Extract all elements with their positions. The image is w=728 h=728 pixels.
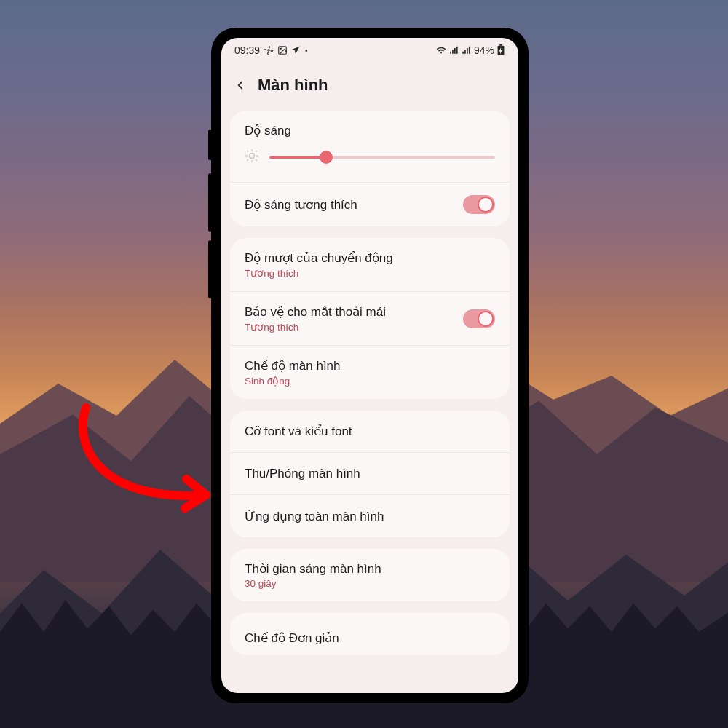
screen-mode-sub: Sinh động bbox=[245, 375, 341, 387]
status-time: 09:39 bbox=[234, 44, 260, 56]
brightness-sun-icon bbox=[245, 149, 259, 166]
dot-icon: • bbox=[305, 47, 308, 55]
phone-side-button bbox=[208, 130, 212, 160]
wifi-icon bbox=[435, 45, 447, 55]
brightness-card: Độ sáng Độ s bbox=[230, 111, 510, 226]
timeout-card: Thời gian sáng màn hình 30 giây bbox=[230, 549, 510, 601]
adaptive-brightness-toggle[interactable] bbox=[463, 195, 495, 214]
eye-comfort-label: Bảo vệ cho mắt thoải mái bbox=[245, 304, 386, 320]
svg-point-5 bbox=[250, 154, 255, 159]
screen-mode-label: Chế độ màn hình bbox=[245, 358, 341, 373]
slider-fill bbox=[269, 156, 326, 159]
fullscreen-apps-row[interactable]: Ứng dụng toàn màn hình bbox=[230, 495, 510, 537]
status-right: 94% bbox=[435, 44, 505, 56]
signal-icon bbox=[449, 45, 459, 55]
status-left: 09:39 • bbox=[234, 44, 308, 56]
phone-side-button bbox=[208, 173, 212, 232]
brightness-row[interactable]: Độ sáng bbox=[230, 111, 510, 183]
adaptive-brightness-label: Độ sáng tương thích bbox=[245, 197, 357, 213]
svg-line-10 bbox=[248, 151, 248, 152]
svg-line-11 bbox=[256, 159, 256, 160]
battery-percent: 94% bbox=[474, 44, 494, 56]
eye-comfort-sub: Tương thích bbox=[245, 321, 386, 333]
adaptive-brightness-row[interactable]: Độ sáng tương thích bbox=[230, 183, 510, 226]
font-card: Cỡ font và kiểu font Thu/Phóng màn hình … bbox=[230, 411, 510, 537]
screen-zoom-label: Thu/Phóng màn hình bbox=[245, 467, 360, 481]
fan-icon bbox=[264, 45, 274, 55]
screen-zoom-row[interactable]: Thu/Phóng màn hình bbox=[230, 453, 510, 495]
motion-smoothness-sub: Tương thích bbox=[245, 267, 393, 279]
eye-comfort-row[interactable]: Bảo vệ cho mắt thoải mái Tương thích bbox=[230, 292, 510, 346]
simple-mode-card: Chế độ Đơn giản bbox=[230, 613, 510, 655]
brightness-slider-wrap bbox=[245, 149, 495, 166]
phone-frame: 09:39 • bbox=[211, 28, 529, 703]
svg-line-13 bbox=[248, 159, 248, 160]
font-size-label: Cỡ font và kiểu font bbox=[245, 424, 352, 439]
wallpaper-background: 09:39 • bbox=[0, 0, 728, 728]
phone-side-button bbox=[208, 240, 212, 298]
svg-line-12 bbox=[256, 151, 256, 152]
motion-smoothness-row[interactable]: Độ mượt của chuyển động Tương thích bbox=[230, 238, 510, 292]
screen-timeout-row[interactable]: Thời gian sáng màn hình 30 giây bbox=[230, 549, 510, 601]
page-header: Màn hình bbox=[221, 63, 518, 111]
fullscreen-apps-label: Ứng dụng toàn màn hình bbox=[245, 509, 384, 524]
brightness-label: Độ sáng bbox=[245, 123, 495, 138]
back-button[interactable] bbox=[233, 78, 248, 92]
svg-point-2 bbox=[280, 48, 282, 50]
svg-rect-4 bbox=[499, 44, 502, 46]
image-icon bbox=[277, 45, 288, 55]
screen-timeout-label: Thời gian sáng màn hình bbox=[245, 561, 381, 577]
svg-point-0 bbox=[268, 50, 269, 51]
battery-icon bbox=[496, 44, 505, 56]
page-title: Màn hình bbox=[258, 76, 328, 95]
simple-mode-label: Chế độ Đơn giản bbox=[245, 630, 339, 646]
telegram-icon bbox=[291, 45, 301, 55]
simple-mode-row[interactable]: Chế độ Đơn giản bbox=[230, 613, 510, 655]
signal-icon bbox=[462, 45, 472, 55]
screen-timeout-sub: 30 giây bbox=[245, 578, 381, 589]
motion-smoothness-label: Độ mượt của chuyển động bbox=[245, 250, 393, 266]
phone-screen: 09:39 • bbox=[221, 38, 518, 693]
motion-card: Độ mượt của chuyển động Tương thích Bảo … bbox=[230, 238, 510, 399]
brightness-slider[interactable] bbox=[269, 151, 495, 164]
eye-comfort-toggle[interactable] bbox=[463, 309, 495, 328]
slider-thumb[interactable] bbox=[320, 151, 333, 164]
settings-content[interactable]: Độ sáng Độ s bbox=[221, 111, 518, 693]
font-size-row[interactable]: Cỡ font và kiểu font bbox=[230, 411, 510, 453]
screen-mode-row[interactable]: Chế độ màn hình Sinh động bbox=[230, 346, 510, 399]
status-bar: 09:39 • bbox=[221, 38, 518, 63]
